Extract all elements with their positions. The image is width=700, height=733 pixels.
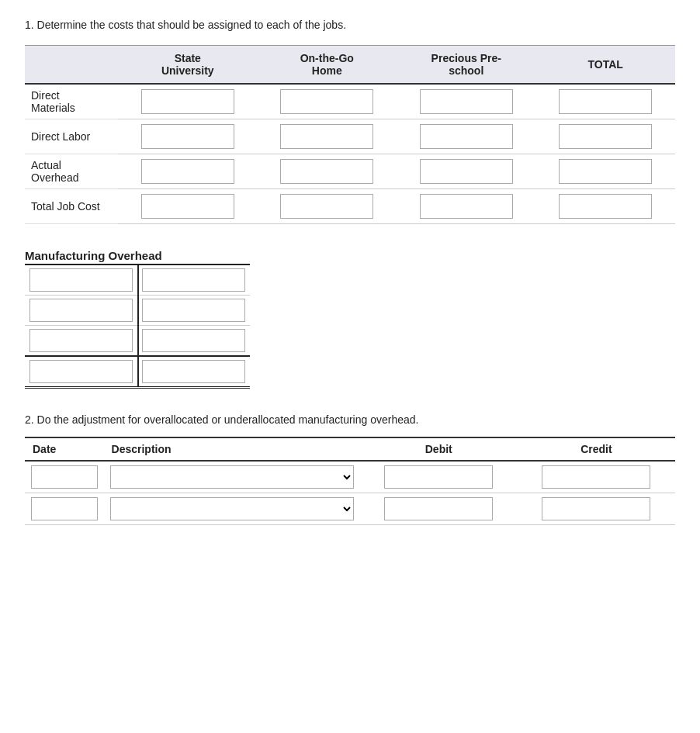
table-row: Total Job Cost: [25, 189, 675, 224]
journal-entry-table: Date Description Debit Credit Manufactur…: [25, 437, 675, 525]
row-label-total-job-cost: Total Job Cost: [25, 189, 118, 224]
journal-debit-cell-2: [360, 493, 518, 525]
manufacturing-overhead-section: Manufacturing Overhead: [25, 249, 675, 389]
direct-materials-total-cell: [536, 84, 676, 119]
t-account-left-1: [25, 265, 137, 295]
actual-overhead-onthego-input[interactable]: [280, 159, 373, 184]
journal-date-header: Date: [25, 437, 104, 461]
total-job-cost-onthego-cell: [258, 189, 397, 224]
t-account-left-2: [25, 296, 137, 325]
t-account-right-2: [137, 296, 250, 325]
direct-materials-precious-input[interactable]: [420, 89, 513, 114]
question2-text: 2. Do the adjustment for overallocated o…: [25, 413, 675, 426]
direct-labor-total-input[interactable]: [559, 124, 652, 149]
actual-overhead-onthego-cell: [258, 154, 397, 189]
journal-date-cell-2: [25, 493, 104, 525]
journal-credit-input-1[interactable]: [542, 465, 650, 489]
actual-overhead-precious-input[interactable]: [420, 159, 513, 184]
t-account: [25, 264, 250, 389]
direct-materials-precious-cell: [397, 84, 536, 119]
direct-materials-onthego-cell: [258, 84, 397, 119]
direct-labor-precious-cell: [397, 119, 536, 154]
cost-assignment-table: StateUniversity On-the-GoHome Precious P…: [25, 45, 675, 224]
actual-overhead-total-input[interactable]: [559, 159, 652, 184]
mfg-overhead-title: Manufacturing Overhead: [25, 249, 675, 262]
t-account-left-3: [25, 326, 137, 355]
journal-date-input-1[interactable]: [31, 465, 98, 489]
journal-date-input-2[interactable]: [31, 497, 98, 520]
col-state-university-header: StateUniversity: [118, 46, 258, 85]
direct-labor-onthego-input[interactable]: [280, 124, 373, 149]
t-account-right-input-2[interactable]: [142, 299, 245, 322]
direct-labor-precious-input[interactable]: [420, 124, 513, 149]
t-account-total-left-input[interactable]: [29, 360, 133, 383]
direct-materials-state-input[interactable]: [141, 89, 234, 114]
total-job-cost-state-input[interactable]: [141, 194, 234, 219]
table-row: DirectMaterials: [25, 84, 675, 119]
journal-credit-input-2[interactable]: [542, 497, 650, 520]
t-account-left-input-1[interactable]: [29, 268, 133, 292]
journal-debit-input-1[interactable]: [384, 465, 493, 489]
total-job-cost-precious-input[interactable]: [420, 194, 513, 219]
actual-overhead-state-input[interactable]: [141, 159, 234, 184]
journal-debit-header: Debit: [360, 437, 518, 461]
t-account-total-right: [137, 357, 250, 386]
journal-row-2: Manufacturing Overhead Cost of Goods Sol…: [25, 493, 675, 525]
journal-credit-cell-1: [518, 461, 675, 493]
t-account-left-input-2[interactable]: [29, 299, 133, 322]
journal-header-row: Date Description Debit Credit: [25, 437, 675, 461]
t-account-right-input-3[interactable]: [142, 329, 245, 352]
t-account-right-input-1[interactable]: [142, 268, 245, 292]
direct-materials-state-cell: [118, 84, 258, 119]
total-job-cost-total-cell: [536, 189, 676, 224]
total-job-cost-onthego-input[interactable]: [280, 194, 373, 219]
row-label-direct-labor: Direct Labor: [25, 119, 118, 154]
journal-debit-cell-1: [360, 461, 518, 493]
journal-row-1: Manufacturing Overhead Cost of Goods Sol…: [25, 461, 675, 493]
col-total-header: TOTAL: [536, 46, 676, 85]
direct-labor-onthego-cell: [258, 119, 397, 154]
journal-date-cell-1: [25, 461, 104, 493]
actual-overhead-state-cell: [118, 154, 258, 189]
t-account-divider: [137, 265, 139, 386]
total-job-cost-total-input[interactable]: [559, 194, 652, 219]
direct-labor-total-cell: [536, 119, 676, 154]
t-account-total-left: [25, 357, 137, 386]
t-account-right-3: [137, 326, 250, 355]
direct-labor-state-input[interactable]: [141, 124, 234, 149]
journal-credit-header: Credit: [518, 437, 675, 461]
journal-debit-input-2[interactable]: [384, 497, 493, 520]
journal-desc-cell-1: Manufacturing Overhead Cost of Goods Sol…: [104, 461, 360, 493]
t-account-total-right-input[interactable]: [142, 360, 245, 383]
total-job-cost-state-cell: [118, 189, 258, 224]
journal-credit-cell-2: [518, 493, 675, 525]
direct-labor-state-cell: [118, 119, 258, 154]
journal-desc-select-1[interactable]: Manufacturing Overhead Cost of Goods Sol…: [110, 465, 354, 489]
actual-overhead-precious-cell: [397, 154, 536, 189]
journal-desc-select-2[interactable]: Manufacturing Overhead Cost of Goods Sol…: [110, 497, 354, 520]
col-precious-preschool-header: Precious Pre-school: [397, 46, 536, 85]
t-account-left-input-3[interactable]: [29, 329, 133, 352]
col-empty-header: [25, 46, 118, 85]
direct-materials-total-input[interactable]: [559, 89, 652, 114]
table-row: ActualOverhead: [25, 154, 675, 189]
total-job-cost-precious-cell: [397, 189, 536, 224]
journal-description-header: Description: [104, 437, 360, 461]
actual-overhead-total-cell: [536, 154, 676, 189]
direct-materials-onthego-input[interactable]: [280, 89, 373, 114]
row-label-actual-overhead: ActualOverhead: [25, 154, 118, 189]
journal-desc-cell-2: Manufacturing Overhead Cost of Goods Sol…: [104, 493, 360, 525]
row-label-direct-materials: DirectMaterials: [25, 84, 118, 119]
table-row: Direct Labor: [25, 119, 675, 154]
col-onthego-home-header: On-the-GoHome: [258, 46, 397, 85]
t-account-right-1: [137, 265, 250, 295]
question1-text: 1. Determine the costs that should be as…: [25, 19, 675, 31]
